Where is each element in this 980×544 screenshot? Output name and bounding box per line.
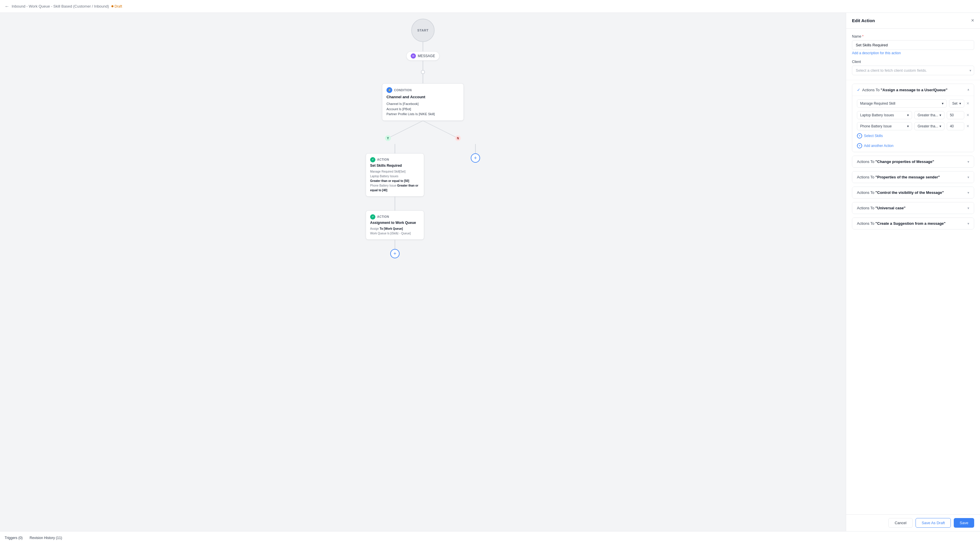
- name-label: Name *: [852, 34, 974, 38]
- back-button[interactable]: ←: [5, 4, 10, 9]
- branch-connector-left-2: [395, 197, 395, 211]
- actions-section-suggestion: Actions To "Create a Suggestion from a m…: [852, 217, 974, 230]
- connector-circle: [421, 70, 425, 74]
- connector-3: [423, 74, 423, 83]
- skill2-select[interactable]: Phone Battery Issue ▾: [857, 122, 912, 130]
- message-node[interactable]: ✉ MESSAGE: [406, 51, 439, 61]
- close-button[interactable]: ×: [971, 17, 974, 24]
- add-another-action-link[interactable]: + Add another Action: [857, 143, 969, 148]
- assign-section-title: Actions To "Assign a message to a User/Q…: [862, 88, 947, 92]
- panel-title: Edit Action: [852, 18, 875, 23]
- branch-lines: Y N: [353, 121, 493, 144]
- skill-action-dropdown[interactable]: Set ▾: [949, 100, 964, 108]
- manage-skill-row: Manage Required Skill ▾ Set ▾ ×: [857, 100, 969, 108]
- panel-header: Edit Action ×: [846, 13, 980, 29]
- client-select[interactable]: Select a client to fetch client custom f…: [852, 66, 974, 75]
- description-link[interactable]: Add a description for this action: [852, 51, 900, 55]
- skill2-condition-select[interactable]: Greater tha... ▾: [915, 122, 944, 130]
- svg-text:N: N: [457, 137, 459, 140]
- save-button[interactable]: Save: [954, 518, 974, 528]
- canvas: START ✉ MESSAGE ⚡ CONDITION Channel and …: [0, 13, 846, 531]
- add-action-circle-icon: +: [857, 143, 862, 148]
- draft-dot-icon: [111, 5, 113, 7]
- chevron-down-icon-s2: ▾: [967, 175, 969, 179]
- visibility-title: Actions To "Control the visibility of th…: [857, 190, 944, 195]
- chevron-down-icon-2: ▾: [959, 102, 961, 106]
- remove-skill1-button[interactable]: ×: [967, 113, 969, 118]
- action-icon-1: ✓: [370, 157, 375, 162]
- message-icon: ✉: [410, 53, 416, 59]
- skill-row-2: Phone Battery Issue ▾ Greater tha... ▾ ×: [857, 122, 969, 130]
- actions-section-assign-header[interactable]: ✓ Actions To "Assign a message to a User…: [852, 84, 974, 96]
- cancel-button[interactable]: Cancel: [888, 518, 912, 528]
- required-indicator: *: [862, 34, 864, 38]
- change-props-title: Actions To "Change properties of Message…: [857, 159, 934, 164]
- left-branch: ✓ ACTION Set Skills Required Manage Requ…: [366, 144, 424, 258]
- actions-section-message-sender: Actions To "Properties of the message se…: [852, 171, 974, 183]
- condition-icon: ⚡: [387, 87, 392, 93]
- condition-node[interactable]: ⚡ CONDITION Channel and Account Channel …: [382, 83, 464, 121]
- svg-line-0: [388, 121, 423, 138]
- draft-badge: Draft: [111, 5, 122, 8]
- action2-body: Assign To [Work Queue] Work Queue Is [iS…: [370, 227, 420, 236]
- condition-header: ⚡ CONDITION: [387, 87, 460, 93]
- chevron-down-icon-6: ▾: [939, 124, 941, 128]
- chevron-down-icon-3: ▾: [907, 113, 909, 117]
- branch-connector-left: [395, 144, 395, 153]
- main-layout: START ✉ MESSAGE ⚡ CONDITION Channel and …: [0, 13, 980, 531]
- panel-footer: Cancel Save As Draft Save: [846, 514, 980, 531]
- topbar: ← Inbound - Work Queue - Skill Based (Cu…: [0, 0, 980, 13]
- triggers-item[interactable]: Triggers (0): [5, 536, 23, 540]
- chevron-down-icon-4: ▾: [939, 113, 941, 117]
- add-action-button-right[interactable]: +: [471, 153, 480, 163]
- action-set-skills-node[interactable]: ✓ ACTION Set Skills Required Manage Requ…: [366, 153, 424, 197]
- branches-container: ✓ ACTION Set Skills Required Manage Requ…: [366, 144, 480, 258]
- manage-skill-dropdown[interactable]: Manage Required Skill ▾: [857, 100, 947, 108]
- svg-line-1: [423, 121, 458, 138]
- divider-1: [846, 80, 980, 80]
- visibility-header[interactable]: Actions To "Control the visibility of th…: [852, 187, 974, 198]
- action1-body: Manage Required Skill[Set] Laptop Batter…: [370, 170, 420, 193]
- select-skills-link[interactable]: + Select Skills: [857, 133, 969, 138]
- remove-manage-skill-button[interactable]: ×: [967, 101, 969, 106]
- action-assignment-node[interactable]: ✓ ACTION Assignment to Work Queue Assign…: [366, 211, 424, 239]
- chevron-down-icon-s1: ▾: [967, 160, 969, 164]
- chevron-down-icon-5: ▾: [907, 124, 909, 128]
- bottombar: Triggers (0) Revision History (11): [0, 531, 980, 544]
- skill2-value-input[interactable]: [947, 122, 964, 130]
- svg-text:Y: Y: [387, 137, 389, 140]
- chevron-up-icon: ▾: [967, 88, 969, 92]
- message-sender-header[interactable]: Actions To "Properties of the message se…: [852, 171, 974, 183]
- client-field-group: Client Select a client to fetch client c…: [852, 60, 974, 75]
- skill-row-1: Laptop Battery Issues ▾ Greater tha... ▾…: [857, 111, 969, 119]
- actions-section-change-props: Actions To "Change properties of Message…: [852, 156, 974, 168]
- universal-header[interactable]: Actions To "Universal case" ▾: [852, 202, 974, 214]
- name-input[interactable]: [852, 40, 974, 50]
- start-node: START: [411, 19, 434, 42]
- actions-section-assign: ✓ Actions To "Assign a message to a User…: [852, 84, 974, 152]
- remove-skill2-button[interactable]: ×: [967, 124, 969, 129]
- branch-connector-right: [475, 144, 476, 153]
- actions-section-assign-body: Manage Required Skill ▾ Set ▾ × Laptop B…: [852, 96, 974, 152]
- branch-connector-left-3: [395, 239, 395, 249]
- revision-history-item[interactable]: Revision History (11): [30, 536, 62, 540]
- chevron-down-icon-s3: ▾: [967, 191, 969, 195]
- skill1-value-input[interactable]: [947, 111, 964, 119]
- suggestion-title: Actions To "Create a Suggestion from a m…: [857, 221, 946, 226]
- chevron-down-icon: ▾: [942, 102, 943, 106]
- client-select-wrapper: Select a client to fetch client custom f…: [852, 66, 974, 75]
- skill1-select[interactable]: Laptop Battery Issues ▾: [857, 111, 912, 119]
- branch-svg: Y N: [353, 121, 493, 144]
- panel-body: Name * Add a description for this action…: [846, 29, 980, 514]
- select-skills-circle-icon: +: [857, 133, 862, 138]
- universal-title: Actions To "Universal case": [857, 206, 905, 210]
- action-header-1: ✓ ACTION: [370, 157, 420, 162]
- change-props-header[interactable]: Actions To "Change properties of Message…: [852, 156, 974, 167]
- actions-section-visibility: Actions To "Control the visibility of th…: [852, 187, 974, 198]
- save-as-draft-button[interactable]: Save As Draft: [916, 518, 951, 528]
- skill1-condition-select[interactable]: Greater tha... ▾: [915, 111, 944, 119]
- connector-1: [423, 42, 423, 51]
- add-action-button-left[interactable]: +: [390, 249, 399, 258]
- flow-container: START ✉ MESSAGE ⚡ CONDITION Channel and …: [0, 19, 846, 531]
- suggestion-header[interactable]: Actions To "Create a Suggestion from a m…: [852, 218, 974, 229]
